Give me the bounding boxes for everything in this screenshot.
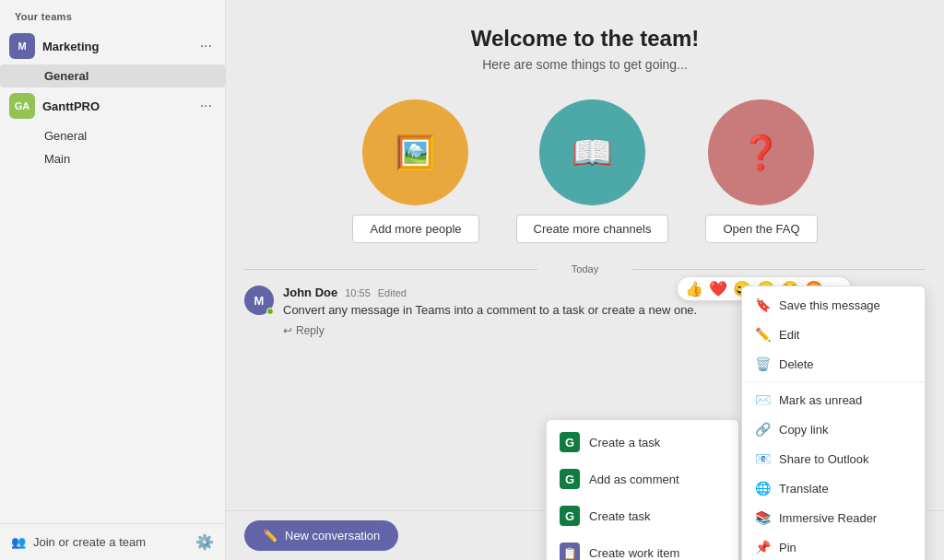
- online-indicator: [266, 308, 274, 315]
- context-divider-1: [742, 381, 925, 382]
- delete-label: Delete: [779, 357, 814, 371]
- join-label: Join or create a team: [33, 535, 146, 549]
- welcome-section: Welcome to the team! Here are some thing…: [226, 0, 944, 90]
- share-outlook-icon: 📧: [755, 451, 770, 466]
- context-translate[interactable]: 🌐 Translate: [742, 473, 925, 503]
- copy-link-icon: 🔗: [755, 422, 770, 437]
- translate-label: Translate: [779, 482, 829, 496]
- team-item-marketing[interactable]: M Marketing ···: [0, 28, 225, 64]
- apps-popup-create-task[interactable]: G Create a task: [547, 424, 738, 461]
- reply-icon: ↩: [283, 324, 292, 337]
- delete-icon: 🗑️: [755, 356, 770, 371]
- app-icon-ganttpro-2: G: [560, 469, 580, 489]
- reaction-thumbsup[interactable]: 👍: [685, 280, 703, 298]
- welcome-title: Welcome to the team!: [244, 26, 926, 52]
- reaction-heart[interactable]: ❤️: [709, 280, 727, 298]
- new-conversation-button[interactable]: ✏️ New conversation: [244, 520, 398, 551]
- message-edited: Edited: [378, 287, 407, 298]
- edit-icon: ✏️: [755, 327, 770, 342]
- add-as-comment-label: Add as comment: [589, 472, 679, 486]
- edit-label: Edit: [779, 328, 799, 342]
- context-copy-link[interactable]: 🔗 Copy link: [742, 414, 925, 444]
- app-icon-work-item: 📋: [560, 542, 580, 560]
- welcome-subtitle: Here are some things to get going...: [244, 57, 926, 72]
- channel-item-main-ganttpro[interactable]: Main: [0, 147, 225, 170]
- copy-link-label: Copy link: [779, 423, 828, 437]
- context-mark-unread[interactable]: ✉️ Mark as unread: [742, 385, 925, 414]
- sidebar-header: Your teams: [0, 0, 225, 28]
- create-work-item-label: Create work item: [589, 546, 679, 560]
- immersive-reader-icon: 📚: [755, 510, 770, 525]
- sidebar: Your teams M Marketing ··· General GA Ga…: [0, 0, 226, 560]
- pin-icon: 📌: [755, 540, 770, 554]
- apps-popup-add-comment[interactable]: G Add as comment: [547, 461, 738, 497]
- reply-label: Reply: [296, 324, 324, 337]
- compose-icon: ✏️: [263, 529, 277, 542]
- share-outlook-label: Share to Outlook: [779, 452, 869, 466]
- context-immersive-reader[interactable]: 📚 Immersive Reader: [742, 503, 925, 532]
- create-task-label: Create a task: [589, 436, 660, 449]
- message-author: John Doe: [283, 286, 337, 299]
- app-icon-ganttpro-3: G: [560, 506, 580, 526]
- welcome-cards: 🖼️ Add more people 📖 Create more channel…: [226, 90, 944, 252]
- message-avatar: M: [244, 286, 274, 315]
- card-circle-faq: ❓: [708, 99, 814, 205]
- channel-item-general-marketing[interactable]: General: [0, 64, 225, 88]
- apps-popup-create-task-2[interactable]: G Create task: [547, 497, 738, 534]
- team-name-marketing: Marketing: [42, 40, 196, 53]
- save-message-icon: 🔖: [755, 298, 770, 312]
- join-icon: 👥: [11, 535, 26, 549]
- immersive-reader-label: Immersive Reader: [779, 511, 877, 525]
- mark-unread-label: Mark as unread: [779, 393, 862, 407]
- team-item-ganttpro[interactable]: GA GanttPRO ···: [0, 88, 225, 124]
- card-circle-channels: 📖: [539, 99, 645, 205]
- welcome-card-channels: 📖 Create more channels: [516, 99, 669, 243]
- settings-button[interactable]: ⚙️: [195, 533, 214, 551]
- context-edit[interactable]: ✏️ Edit: [742, 320, 925, 349]
- team-avatar-ganttpro: GA: [9, 93, 35, 119]
- channel-item-general-ganttpro[interactable]: General: [0, 124, 225, 147]
- context-share-outlook[interactable]: 📧 Share to Outlook: [742, 444, 925, 473]
- context-delete[interactable]: 🗑️ Delete: [742, 349, 925, 379]
- add-more-people-button[interactable]: Add more people: [352, 215, 478, 243]
- team-more-marketing[interactable]: ···: [196, 36, 216, 56]
- sidebar-bottom: 👥 Join or create a team ⚙️: [0, 523, 225, 560]
- welcome-card-people: 🖼️ Add more people: [352, 99, 478, 243]
- team-avatar-marketing: M: [9, 33, 35, 59]
- team-name-ganttpro: GanttPRO: [42, 99, 196, 113]
- app-icon-ganttpro-1: G: [560, 432, 580, 452]
- message-time: 10:55: [345, 287, 371, 298]
- create-more-channels-button[interactable]: Create more channels: [516, 215, 669, 243]
- welcome-card-faq: ❓ Open the FAQ: [705, 99, 817, 243]
- context-menu: 🔖 Save this message ✏️ Edit 🗑️ Delete ✉️…: [741, 286, 926, 560]
- open-faq-button[interactable]: Open the FAQ: [705, 215, 817, 243]
- join-create-team[interactable]: 👥 Join or create a team: [11, 535, 146, 549]
- save-message-label: Save this message: [779, 298, 880, 312]
- apps-popup-create-work-item[interactable]: 📋 Create work item: [547, 534, 738, 560]
- translate-icon: 🌐: [755, 481, 770, 496]
- team-more-ganttpro[interactable]: ···: [196, 96, 216, 116]
- apps-popup: G Create a task G Add as comment G Creat…: [546, 419, 739, 560]
- context-pin[interactable]: 📌 Pin: [742, 532, 925, 560]
- card-circle-people: 🖼️: [362, 99, 468, 205]
- new-conversation-label: New conversation: [285, 529, 380, 542]
- mark-unread-icon: ✉️: [755, 392, 770, 407]
- date-divider: Today: [244, 263, 926, 274]
- main-content: Welcome to the team! Here are some thing…: [226, 0, 944, 560]
- pin-label: Pin: [779, 541, 796, 554]
- context-save-message[interactable]: 🔖 Save this message: [742, 290, 925, 320]
- create-task-2-label: Create task: [589, 509, 650, 523]
